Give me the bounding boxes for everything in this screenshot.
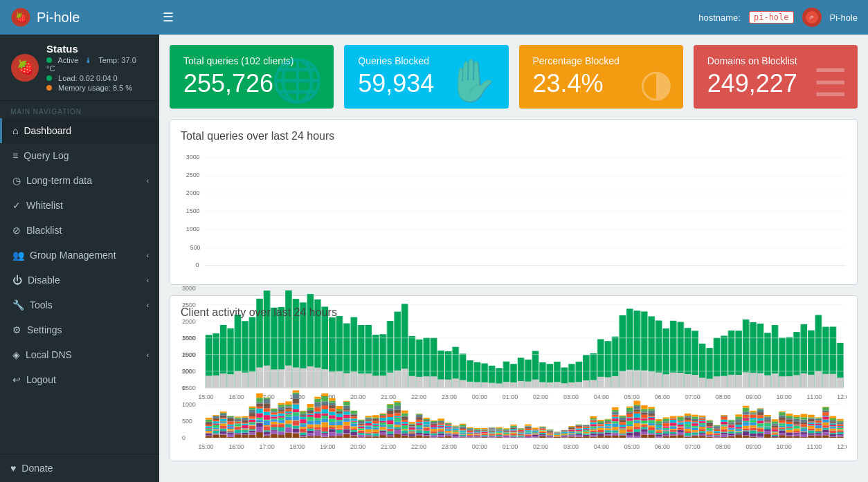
sidebar-label-local-dns: Local DNS — [26, 349, 72, 360]
sidebar-label-group: Group Management — [30, 250, 116, 261]
sidebar-item-long-term-data[interactable]: ◷ Long-term data ‹ — [0, 168, 159, 193]
status-memory-line: Memory usage: 8.5 % — [46, 84, 149, 92]
chevron-icon: ‹ — [147, 177, 149, 185]
stat-value-blocklist: 249,227 — [707, 69, 797, 98]
avatar-icon: P — [805, 10, 819, 24]
sidebar-item-dashboard[interactable]: ⌂ Dashboard — [0, 118, 159, 143]
navbar-right: hostname: pi-hole P Pi-hole — [698, 8, 858, 27]
stat-label-blocked: Queries Blocked — [358, 55, 434, 66]
clock-icon: ◷ — [12, 175, 21, 186]
sidebar-label-blacklist: Blacklist — [26, 225, 62, 236]
total-queries-svg: 0 500 1000 1500 2000 2500 3000 — [181, 149, 847, 274]
sidebar-item-blacklist[interactable]: ⊘ Blacklist — [0, 218, 159, 243]
svg-text:1000: 1000 — [186, 225, 200, 232]
donate-label: Donate — [21, 463, 53, 474]
list-icon-bg: ☰ — [813, 61, 847, 105]
dns-icon: ◈ — [12, 349, 20, 360]
total-queries-chart-card: Total queries over last 24 hours 0 500 1… — [170, 119, 858, 285]
active-dot — [46, 57, 52, 63]
nav-label-dashboard: ⌂ Dashboard — [12, 125, 71, 136]
client-activity-canvas — [181, 326, 847, 450]
stat-value-percentage: 23.4% — [533, 69, 620, 98]
stat-text-blocklist: Domains on Blocklist 249,227 — [707, 55, 797, 98]
total-queries-chart-area: 0 500 1000 1500 2000 2500 3000 — [181, 149, 847, 274]
stat-value-blocked: 59,934 — [358, 69, 434, 98]
brand: 🍓 Pi-hole — [10, 7, 163, 28]
svg-text:🍓: 🍓 — [15, 12, 27, 24]
sidebar-header: 🍓 Status Active 🌡 Temp: 37.0 °C Load: 0.… — [0, 35, 159, 101]
svg-text:500: 500 — [190, 244, 201, 251]
stat-card-total-queries: Total queries (102 clients) 255,726 🌐 — [170, 45, 334, 109]
sidebar-item-query-log[interactable]: ≡ Query Log — [0, 143, 159, 168]
list-icon: ≡ — [12, 150, 18, 161]
status-active-line: Active 🌡 Temp: 37.0 °C — [46, 56, 149, 73]
stat-text-blocked: Queries Blocked 59,934 — [358, 55, 434, 98]
nav-label-whitelist: ✓ Whitelist — [12, 200, 63, 211]
stat-label-blocklist: Domains on Blocklist — [707, 55, 797, 66]
svg-text:🍓: 🍓 — [17, 59, 34, 75]
active-label: Active — [57, 56, 78, 64]
sidebar-label-query-log: Query Log — [24, 150, 69, 161]
nav-label-blacklist: ⊘ Blacklist — [12, 225, 62, 236]
sidebar-item-disable[interactable]: ⏻ Disable ‹ — [0, 268, 159, 293]
stat-label-percentage: Percentage Blocked — [533, 55, 620, 66]
svg-text:2000: 2000 — [186, 189, 200, 196]
hand-icon: ✋ — [446, 56, 498, 105]
sidebar-item-logout[interactable]: ↩ Logout — [0, 367, 159, 392]
nav-label-logout: ↩ Logout — [12, 374, 56, 385]
hostname-value: pi-hole — [749, 11, 794, 24]
load-label: Load: 0.02 0.04 0 — [58, 74, 118, 82]
svg-text:3000: 3000 — [186, 154, 200, 160]
nav-label-settings: ⚙ Settings — [12, 324, 62, 335]
sidebar-label-whitelist: Whitelist — [26, 200, 63, 211]
svg-text:P: P — [810, 15, 813, 20]
svg-text:2500: 2500 — [186, 172, 200, 178]
cog-icon: ⚙ — [12, 324, 21, 335]
users-icon: 👥 — [12, 250, 24, 261]
chevron-icon-disable: ‹ — [147, 277, 149, 284]
status-info: Status Active 🌡 Temp: 37.0 °C Load: 0.02… — [46, 43, 149, 92]
donate-button[interactable]: ♥ Donate — [0, 454, 159, 482]
nav-label-query-log: ≡ Query Log — [12, 150, 69, 161]
pie-icon: ◑ — [640, 61, 673, 105]
nav-section-label: MAIN NAVIGATION — [0, 101, 159, 118]
sidebar-item-whitelist[interactable]: ✓ Whitelist — [0, 193, 159, 218]
ban-icon: ⊘ — [12, 225, 21, 236]
nav-label-long-term: ◷ Long-term data — [12, 175, 92, 186]
user-name: Pi-hole — [830, 12, 858, 23]
logout-icon: ↩ — [12, 374, 21, 385]
status-title: Status — [46, 43, 149, 55]
stats-row: Total queries (102 clients) 255,726 🌐 Qu… — [170, 45, 858, 109]
tools-icon: 🔧 — [12, 299, 24, 310]
sidebar-label-long-term: Long-term data — [26, 175, 92, 186]
load-dot — [46, 75, 52, 81]
sidebar-item-tools[interactable]: 🔧 Tools ‹ — [0, 293, 159, 317]
stat-card-percentage: Percentage Blocked 23.4% ◑ — [519, 45, 683, 109]
svg-text:1500: 1500 — [186, 207, 200, 214]
raspberry-logo: 🍓 — [10, 7, 31, 28]
sidebar-label-disable: Disable — [28, 275, 60, 286]
stat-text-percentage: Percentage Blocked 23.4% — [533, 55, 620, 98]
sidebar-item-settings[interactable]: ⚙ Settings — [0, 317, 159, 342]
client-activity-chart-area — [181, 326, 847, 450]
sidebar-item-group-management[interactable]: 👥 Group Management ‹ — [0, 243, 159, 268]
heart-icon: ♥ — [10, 463, 16, 474]
main-wrapper: 🍓 Status Active 🌡 Temp: 37.0 °C Load: 0.… — [0, 35, 868, 482]
status-section: 🍓 Status Active 🌡 Temp: 37.0 °C Load: 0.… — [10, 43, 149, 92]
navbar: 🍓 Pi-hole ☰ hostname: pi-hole P Pi-hole — [0, 0, 868, 35]
nav-label-local-dns: ◈ Local DNS — [12, 349, 72, 360]
hamburger-button[interactable]: ☰ — [163, 10, 174, 25]
stat-card-blocked: Queries Blocked 59,934 ✋ — [344, 45, 508, 109]
nav-label-disable: ⏻ Disable — [12, 275, 60, 286]
avatar: P — [802, 8, 822, 27]
power-icon: ⏻ — [12, 275, 22, 286]
sidebar-footer: ♥ Donate — [0, 454, 159, 482]
sidebar-item-local-dns[interactable]: ◈ Local DNS ‹ — [0, 342, 159, 367]
status-load-line: Load: 0.02 0.04 0 — [46, 74, 149, 82]
home-icon: ⌂ — [12, 125, 18, 136]
sidebar-label-logout: Logout — [26, 374, 56, 385]
chevron-icon-group: ‹ — [147, 252, 149, 259]
chevron-icon-tools: ‹ — [147, 302, 149, 309]
hostname-label: hostname: — [698, 12, 741, 23]
memory-label: Memory usage: 8.5 % — [58, 84, 132, 92]
